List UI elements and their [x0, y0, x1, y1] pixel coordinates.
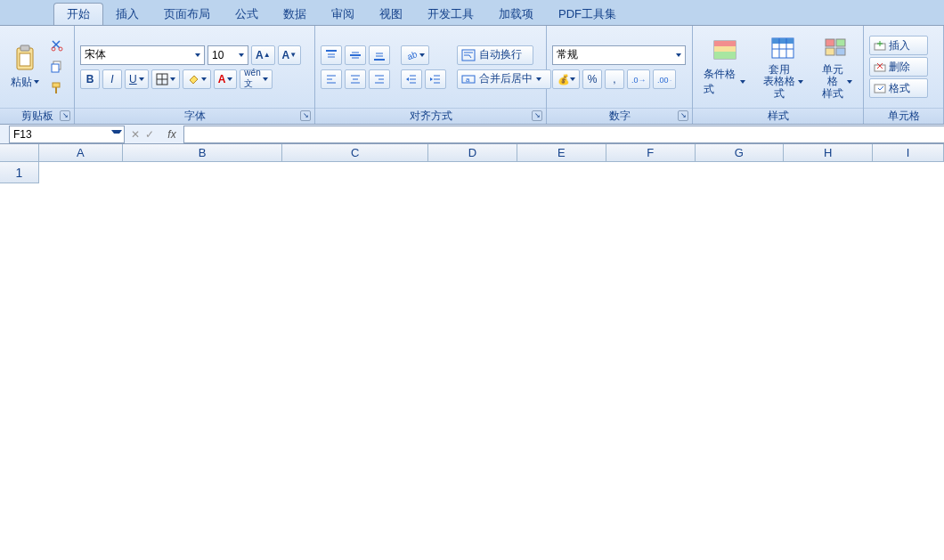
copy-icon[interactable]: [48, 58, 66, 76]
column-header-A[interactable]: A: [39, 144, 123, 162]
svg-text:a: a: [466, 76, 470, 84]
underline-button[interactable]: U: [125, 69, 149, 89]
decrease-indent-icon[interactable]: [401, 69, 422, 89]
column-header-C[interactable]: C: [282, 144, 428, 162]
number-format-dropdown[interactable]: 常规: [552, 45, 686, 65]
tab-数据[interactable]: 数据: [271, 4, 319, 25]
font-size-dropdown[interactable]: 10: [208, 45, 248, 65]
clipboard-icon: [11, 45, 39, 73]
column-header-I[interactable]: I: [873, 144, 944, 162]
svg-point-4: [59, 47, 62, 51]
comma-icon[interactable]: ,: [605, 69, 624, 89]
insert-row-button[interactable]: 插入: [869, 36, 928, 55]
font-color-button[interactable]: A: [214, 69, 238, 89]
percent-icon[interactable]: %: [582, 69, 602, 89]
tab-PDF工具集[interactable]: PDF工具集: [546, 4, 629, 25]
delete-icon: [874, 61, 886, 72]
formula-input[interactable]: [183, 126, 944, 143]
tab-公式[interactable]: 公式: [223, 4, 271, 25]
cond-format-icon: [711, 37, 739, 65]
cond-format-label: 条件格式: [704, 67, 738, 97]
column-header-G[interactable]: G: [696, 144, 785, 162]
grow-font-icon[interactable]: A▲: [251, 45, 275, 65]
tab-审阅[interactable]: 审阅: [319, 4, 367, 25]
tab-视图[interactable]: 视图: [367, 4, 415, 25]
font-name-value: 宋体: [85, 47, 106, 62]
svg-text:.00→.0: .00→.0: [657, 76, 671, 85]
number-launcher-icon[interactable]: ↘: [678, 110, 688, 121]
merge-center-button[interactable]: a 合并后居中: [457, 69, 551, 89]
wrap-text-button[interactable]: 自动换行: [457, 45, 533, 65]
format-as-table-button[interactable]: 套用 表格格式: [756, 32, 809, 101]
font-launcher-icon[interactable]: ↘: [300, 110, 311, 121]
column-header-E[interactable]: E: [517, 144, 606, 162]
svg-text:💰: 💰: [557, 73, 569, 85]
svg-rect-58: [875, 85, 885, 93]
currency-icon[interactable]: 💰: [552, 69, 580, 89]
align-launcher-icon[interactable]: ↘: [532, 110, 542, 121]
align-center-icon[interactable]: [345, 69, 366, 89]
increase-indent-icon[interactable]: [425, 69, 446, 89]
cell-styles-button[interactable]: 单元格 样式: [814, 32, 858, 101]
column-header-F[interactable]: F: [606, 144, 696, 162]
delete-row-button[interactable]: 删除: [869, 57, 928, 77]
shrink-font-icon[interactable]: A▼: [278, 45, 302, 65]
phonetic-button[interactable]: wén文: [240, 69, 272, 89]
tab-插入[interactable]: 插入: [103, 4, 151, 25]
spreadsheet-grid[interactable]: ABCDEFGHI 1: [0, 144, 944, 560]
fx-icon[interactable]: fx: [160, 128, 183, 141]
align-left-icon[interactable]: [321, 69, 342, 89]
svg-rect-2: [20, 53, 30, 66]
font-size-value: 10: [212, 49, 224, 61]
paste-button[interactable]: 粘贴: [5, 43, 45, 92]
number-group-label: 数字: [609, 109, 631, 124]
format-painter-icon[interactable]: [48, 79, 66, 97]
align-middle-icon[interactable]: [345, 45, 366, 65]
name-box[interactable]: F13: [9, 126, 125, 143]
bold-button[interactable]: B: [80, 69, 100, 89]
wrap-icon: [461, 49, 476, 61]
clipboard-launcher-icon[interactable]: ↘: [60, 110, 70, 121]
table-format-icon: [769, 34, 797, 62]
svg-rect-52: [826, 39, 834, 46]
svg-rect-1: [20, 45, 29, 51]
tab-加载项[interactable]: 加载项: [486, 4, 546, 25]
svg-rect-7: [53, 83, 60, 87]
font-name-dropdown[interactable]: 宋体: [80, 45, 205, 65]
cancel-formula-icon[interactable]: ✕: [131, 128, 140, 141]
tab-开发工具[interactable]: 开发工具: [415, 4, 486, 25]
format-cell-button[interactable]: 格式: [869, 78, 928, 98]
column-header-H[interactable]: H: [784, 144, 873, 162]
svg-rect-44: [714, 41, 736, 46]
table-format-label: 套用 表格格式: [761, 64, 796, 100]
align-top-icon[interactable]: [321, 45, 342, 65]
svg-rect-6: [52, 64, 59, 72]
decrease-decimal-icon[interactable]: .00→.0: [653, 69, 676, 89]
increase-decimal-icon[interactable]: .0→.00: [627, 69, 650, 89]
tab-页面布局[interactable]: 页面布局: [151, 4, 223, 25]
align-right-icon[interactable]: [369, 69, 390, 89]
fill-color-button[interactable]: [183, 69, 211, 89]
tab-开始[interactable]: 开始: [53, 3, 103, 25]
border-button[interactable]: [151, 69, 180, 89]
svg-rect-48: [772, 38, 793, 44]
orientation-icon[interactable]: ab: [401, 45, 429, 65]
merge-icon: a: [461, 73, 476, 85]
wrap-label: 自动换行: [479, 47, 522, 62]
accept-formula-icon[interactable]: ✓: [145, 128, 154, 141]
name-box-dropdown-icon[interactable]: [111, 130, 122, 141]
italic-button[interactable]: I: [102, 69, 122, 89]
align-group-label: 对齐方式: [410, 109, 452, 124]
formula-bar: F13 ✕ ✓ fx: [0, 125, 944, 144]
conditional-format-button[interactable]: 条件格式: [698, 35, 751, 99]
merge-label: 合并后居中: [479, 71, 533, 86]
cut-icon[interactable]: [48, 37, 66, 54]
column-header-B[interactable]: B: [123, 144, 283, 162]
svg-text:ab: ab: [406, 49, 418, 61]
align-bottom-icon[interactable]: [369, 45, 390, 65]
column-header-D[interactable]: D: [428, 144, 517, 162]
cells-group-label: 单元格: [888, 109, 920, 124]
select-all-corner[interactable]: [0, 144, 39, 162]
cell-styles-icon: [822, 34, 850, 62]
row-header-1[interactable]: 1: [0, 162, 39, 183]
